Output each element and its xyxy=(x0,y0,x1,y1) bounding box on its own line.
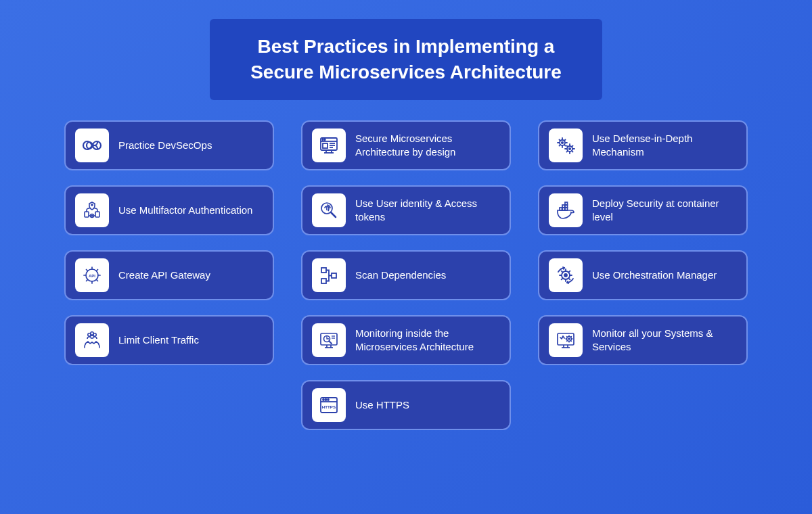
card-label: Limit Client Traffic xyxy=(118,333,199,347)
svg-point-56 xyxy=(323,399,324,400)
svg-rect-16 xyxy=(85,212,89,217)
page-title-container: Best Practices in Implementing a Secure … xyxy=(210,19,602,100)
svg-rect-24 xyxy=(560,208,562,210)
svg-point-12 xyxy=(562,141,563,143)
card-label: Scan Dependencies xyxy=(355,268,446,282)
card-label: Use Defense-in-Depth Mechanism xyxy=(592,132,737,158)
card-label: Use User identity & Access tokens xyxy=(355,197,500,223)
card-identity-tokens: Use User identity & Access tokens xyxy=(301,185,511,235)
card-limit-traffic: Limit Client Traffic xyxy=(64,315,274,365)
svg-point-3 xyxy=(324,139,325,140)
svg-line-45 xyxy=(329,341,332,344)
svg-text:API: API xyxy=(89,274,95,278)
svg-point-58 xyxy=(328,399,329,400)
card-mfa: Use Multifactor Authentication xyxy=(64,185,274,235)
svg-rect-4 xyxy=(323,143,328,148)
svg-rect-33 xyxy=(332,273,336,278)
dependency-tree-icon xyxy=(312,258,346,292)
card-practice-devsecops: Practice DevSecOps xyxy=(64,120,274,170)
svg-rect-34 xyxy=(321,279,326,283)
card-label: Monitor all your Systems & Services xyxy=(592,327,737,353)
monitor-gear-icon xyxy=(549,323,583,357)
card-label: Monitoring inside the Microservices Arch… xyxy=(355,327,500,353)
svg-rect-27 xyxy=(562,205,565,208)
svg-line-23 xyxy=(331,212,336,217)
infinity-icon xyxy=(75,128,109,162)
card-api-gateway: API Create API Gateway xyxy=(64,250,274,300)
card-defense-in-depth: Use Defense-in-Depth Mechanism xyxy=(538,120,748,170)
card-label: Use Orchestration Manager xyxy=(592,268,717,282)
card-orchestration: Use Orchestration Manager xyxy=(538,250,748,300)
card-label: Create API Gateway xyxy=(118,268,210,282)
card-use-https: HTTPS Use HTTPS xyxy=(301,380,511,430)
https-browser-icon: HTTPS xyxy=(312,388,346,422)
container-icon xyxy=(549,193,583,227)
svg-point-53 xyxy=(568,338,570,340)
card-container-security: Deploy Security at container level xyxy=(538,185,748,235)
svg-point-14 xyxy=(569,147,570,149)
monitor-chart-icon xyxy=(312,323,346,357)
card-monitor-systems: Monitor all your Systems & Services xyxy=(538,315,748,365)
svg-rect-17 xyxy=(95,212,99,217)
card-label: Use Multifactor Authentication xyxy=(118,204,252,217)
card-label: Practice DevSecOps xyxy=(118,139,212,152)
card-label: Use HTTPS xyxy=(355,398,409,412)
page-title: Best Practices in Implementing a Secure … xyxy=(250,34,562,85)
svg-point-2 xyxy=(322,139,323,140)
mfa-icon xyxy=(75,193,109,227)
design-monitor-icon xyxy=(312,128,346,162)
card-secure-by-design: Secure Microservices Architecture by des… xyxy=(301,120,511,170)
card-scan-dependencies: Scan Dependencies xyxy=(301,250,511,300)
card-label: Deploy Security at container level xyxy=(592,197,737,223)
svg-point-19 xyxy=(91,215,93,216)
api-gear-icon: API xyxy=(75,258,109,292)
svg-text:HTTPS: HTTPS xyxy=(322,404,336,409)
svg-rect-29 xyxy=(565,202,568,205)
gears-icon xyxy=(549,128,583,162)
orchestration-gear-icon xyxy=(549,258,583,292)
svg-rect-32 xyxy=(321,268,326,273)
hands-people-icon xyxy=(75,323,109,357)
title-line-1: Best Practices in Implementing a xyxy=(258,36,555,57)
svg-point-39 xyxy=(91,331,93,334)
title-line-2: Secure Microservices Architecture xyxy=(250,62,562,83)
svg-point-15 xyxy=(91,204,93,206)
card-label: Secure Microservices Architecture by des… xyxy=(355,132,500,158)
svg-point-36 xyxy=(564,274,567,277)
svg-point-57 xyxy=(325,399,327,400)
fingerprint-icon xyxy=(312,193,346,227)
cards-grid: Practice DevSecOps Secure Microservices … xyxy=(64,120,748,430)
card-monitor-inside: Monitoring inside the Microservices Arch… xyxy=(301,315,511,365)
